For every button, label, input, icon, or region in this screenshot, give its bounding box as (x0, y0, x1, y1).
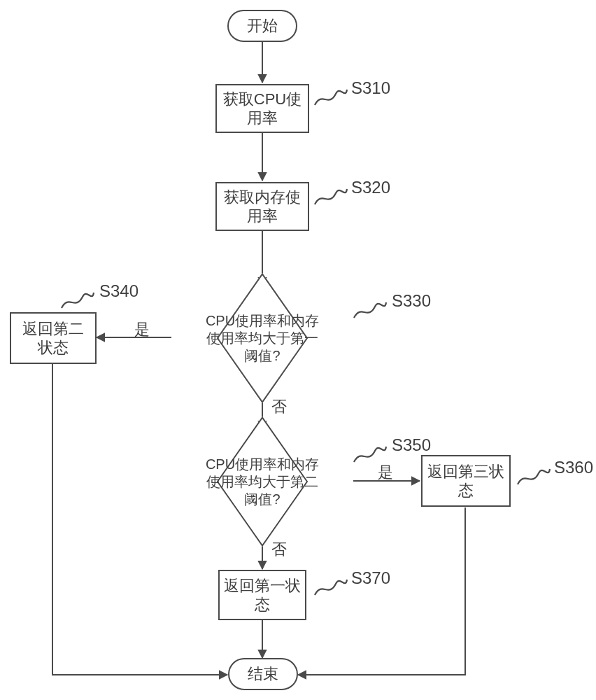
step-tag-s330: S330 (392, 291, 431, 311)
s330-label: CPU使用率和内存使用率均大于第一阈值? (200, 312, 325, 365)
edge-label-no-s350: 否 (271, 539, 287, 560)
step-tag-s370: S370 (351, 568, 390, 588)
step-tag-s320: S320 (351, 178, 390, 197)
s350-label: CPU使用率和内存使用率均大于第二阈值? (200, 456, 325, 508)
step-tag-s360: S360 (554, 458, 593, 477)
step-tag-s340: S340 (99, 281, 139, 301)
edge-label-yes-s330: 是 (134, 319, 150, 340)
process-s320: 获取内存使用率 (215, 182, 309, 231)
s370-label: 返回第一状态 (224, 576, 301, 615)
flowchart-start: 开始 (227, 10, 297, 42)
decision-s330: CPU使用率和内存使用率均大于第一阈值? (196, 286, 329, 391)
s320-label: 获取内存使用率 (221, 188, 304, 226)
squiggle-connector (516, 463, 551, 489)
edge-label-no-s330: 否 (271, 396, 287, 417)
squiggle-connector (353, 441, 388, 466)
squiggle-connector (313, 84, 348, 109)
s360-label: 返回第三状态 (427, 462, 505, 500)
s310-label: 获取CPU使用率 (221, 90, 304, 128)
squiggle-connector (313, 574, 348, 599)
step-tag-s310: S310 (351, 78, 390, 98)
squiggle-connector (353, 297, 388, 322)
step-tag-s350: S350 (392, 435, 431, 455)
process-s310: 获取CPU使用率 (215, 84, 309, 133)
start-label: 开始 (247, 16, 278, 36)
process-s360: 返回第三状态 (421, 455, 511, 507)
flowchart-end: 结束 (228, 658, 298, 690)
squiggle-connector (313, 183, 348, 209)
end-label: 结束 (248, 664, 278, 684)
s340-label: 返回第二状态 (15, 319, 91, 358)
squiggle-connector (60, 287, 95, 312)
process-s370: 返回第一状态 (218, 570, 306, 620)
decision-s350: CPU使用率和内存使用率均大于第二阈值? (196, 429, 329, 534)
process-s340: 返回第二状态 (10, 312, 97, 364)
